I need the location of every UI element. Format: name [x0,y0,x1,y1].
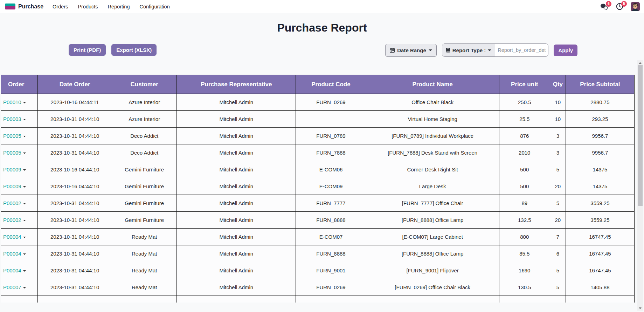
order-link[interactable]: P00002 [3,200,21,206]
customer-cell: Gemini Furniture [112,212,177,229]
nav-item-configuration[interactable]: Configuration [139,4,169,9]
order-cell: P00009 [1,178,38,195]
report-type-input[interactable] [495,44,548,56]
order-link[interactable]: P00002 [3,217,21,223]
customer-cell: Azure Interior [112,111,177,128]
user-avatar[interactable] [631,2,640,11]
export-xlsx-button[interactable]: Export (XLSX) [111,44,157,56]
order-cell: P00009 [1,161,38,178]
qty-cell: 3 [550,144,566,161]
price-subtotal-cell: 9956.7 [566,144,634,161]
purchase-rep-cell: Mitchell Admin [177,111,296,128]
chevron-down-icon [23,270,26,272]
chevron-down-icon [23,287,26,289]
activities-button[interactable]: 5 [615,2,624,11]
vertical-scrollbar[interactable] [637,60,643,311]
price-subtotal-cell: 3559.25 [566,212,634,229]
date-order-cell: 2023-10-31 04:44:10 [38,144,112,161]
chevron-down-icon [429,49,432,51]
product-code-cell [296,111,366,128]
table-row: P000022023-10-31 04:44:10Gemini Furnitur… [1,212,635,229]
price-unit-cell: 130.5 [499,279,550,296]
purchase-rep-cell: Mitchell Admin [177,195,296,212]
price-unit-cell: 132.5 [499,212,550,229]
report-type-label: Report Type : [452,47,486,53]
product-name-cell: [FURN_0269] Office Chair Black [366,279,499,296]
customer-cell: Azure Interior [112,94,177,111]
price-subtotal-cell: 1405.88 [566,279,634,296]
nav-item-orders[interactable]: Orders [53,4,68,9]
purchase-rep-cell: Mitchell Admin [177,262,296,279]
order-link[interactable]: P00009 [3,167,21,172]
product-name-cell: [FURN_7888] Desk Stand with Screen [366,144,499,161]
table-row: P000102023-10-16 04:44:11Azure InteriorM… [1,94,635,111]
customer-cell: Ready Mat [112,245,177,262]
price-unit-cell: 876 [499,128,550,144]
app-brand[interactable]: Purchase [5,3,43,10]
order-link[interactable]: P00004 [3,267,21,273]
order-cell: P00004 [1,245,38,262]
order-cell: P00002 [1,212,38,229]
print-pdf-button[interactable]: Print (PDF) [69,44,106,56]
order-cell [1,296,38,303]
qty-cell [550,296,566,303]
scroll-up-arrow-icon[interactable] [637,60,643,65]
price-subtotal-cell: 16747.45 [566,229,634,245]
product-code-cell: FURN_0269 [296,94,366,111]
order-link[interactable]: P00004 [3,251,21,257]
scrollbar-thumb[interactable] [638,65,643,206]
chevron-down-icon [23,203,26,204]
date-order-cell: 2023-10-31 04:44:10 [38,111,112,128]
table-row: P000022023-10-31 04:44:10Gemini Furnitur… [1,195,635,212]
nav-item-reporting[interactable]: Reporting [108,4,130,9]
price-unit-cell: 85.5 [499,245,550,262]
order-link[interactable]: P00007 [3,284,21,290]
order-cell: P00007 [1,279,38,296]
order-cell: P00005 [1,128,38,144]
col-header-customer: Customer [112,75,177,94]
report-controls: Print (PDF) Export (XLSX) Date Range [0,43,644,57]
table-row: P000052023-10-31 04:44:10Deco AddictMitc… [1,144,635,161]
book-icon [446,48,450,53]
order-link[interactable]: P00005 [3,150,21,156]
product-name-cell: Large Desk [366,178,499,195]
chevron-down-icon [23,152,26,154]
messages-button[interactable]: 6 [600,2,608,11]
qty-cell: 5 [550,279,566,296]
qty-cell: 20 [550,212,566,229]
qty-cell: 3 [550,128,566,144]
order-link[interactable]: P00004 [3,234,21,240]
date-order-cell: 2023-10-31 04:44:10 [38,245,112,262]
odoo-logo-icon [5,3,15,10]
purchase-report-table: OrderDate OrderCustomerPurchase Represen… [1,75,635,303]
customer-cell: Gemini Furniture [112,195,177,212]
report-type-dropdown[interactable]: Report Type : [442,44,495,56]
product-code-cell: E-COM09 [296,178,366,195]
order-link[interactable]: P00005 [3,133,21,139]
scroll-down-arrow-icon[interactable] [637,306,643,311]
col-header-order: Order [1,75,38,94]
order-cell: P00002 [1,195,38,212]
date-order-cell: 2023-10-31 04:44:10 [38,262,112,279]
order-link[interactable]: P00010 [3,99,21,105]
customer-cell: Deco Addict [112,128,177,144]
date-range-dropdown[interactable]: Date Range [385,44,437,57]
table-row-partial [1,296,635,303]
report-type-group: Report Type : [442,43,549,57]
page-title: Purchase Report [0,21,644,34]
apply-button[interactable]: Apply [554,45,577,56]
qty-cell: 5 [550,161,566,178]
purchase-rep-cell: Mitchell Admin [177,94,296,111]
table-row: P000092023-10-16 04:44:10Gemini Furnitur… [1,161,635,178]
order-link[interactable]: P00003 [3,116,21,122]
purchase-rep-cell: Mitchell Admin [177,161,296,178]
nav-item-products[interactable]: Products [78,4,98,9]
qty-cell: 20 [550,178,566,195]
table-row: P000032023-10-31 04:44:10Azure InteriorM… [1,111,635,128]
qty-cell: 10 [550,111,566,128]
price-subtotal-cell: 16747.45 [566,245,634,262]
order-cell: P00004 [1,229,38,245]
product-name-cell: [FURN_9001] Flipover [366,262,499,279]
order-link[interactable]: P00009 [3,183,21,189]
nav-menu: OrdersProductsReportingConfiguration [53,4,170,9]
